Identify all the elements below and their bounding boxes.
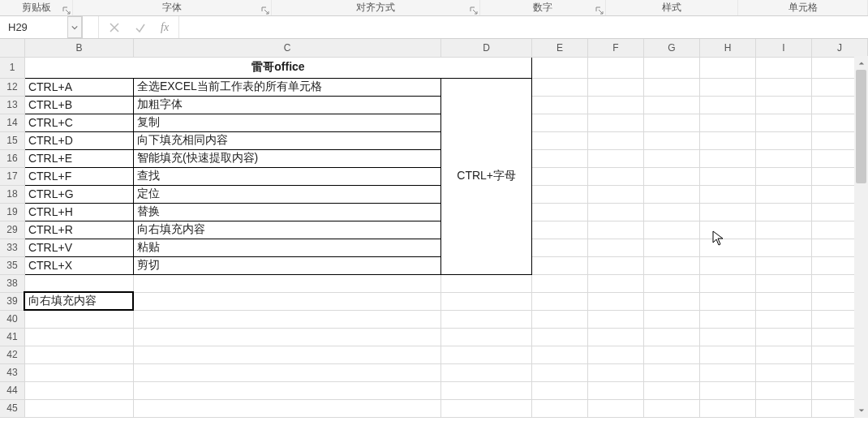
cell[interactable]: [531, 381, 587, 399]
cell[interactable]: [441, 399, 532, 417]
row-header[interactable]: 18: [0, 185, 24, 203]
cell[interactable]: [531, 256, 587, 274]
cell[interactable]: 查找: [133, 167, 441, 185]
cell[interactable]: [587, 96, 643, 114]
cell[interactable]: [755, 185, 811, 203]
cell[interactable]: [699, 310, 755, 328]
cell[interactable]: [24, 381, 133, 399]
column-header[interactable]: C: [133, 39, 441, 57]
row-header[interactable]: 41: [0, 328, 24, 346]
cell[interactable]: [643, 292, 699, 310]
row-header[interactable]: 42: [0, 346, 24, 363]
cell[interactable]: [531, 57, 587, 78]
column-header[interactable]: H: [699, 39, 755, 57]
cell[interactable]: [755, 78, 811, 96]
dialog-launcher-icon[interactable]: [261, 6, 269, 15]
row-header[interactable]: 33: [0, 239, 24, 256]
cell[interactable]: CTRL+C: [24, 114, 133, 131]
cell[interactable]: [699, 346, 755, 363]
row-header[interactable]: 38: [0, 274, 24, 292]
cell[interactable]: [441, 381, 532, 399]
cell[interactable]: [643, 114, 699, 131]
scroll-down-button[interactable]: [854, 404, 868, 418]
cell[interactable]: [755, 57, 811, 78]
cell[interactable]: [755, 399, 811, 417]
name-box[interactable]: H29: [0, 16, 83, 38]
column-header[interactable]: D: [441, 39, 532, 57]
cell[interactable]: [587, 310, 643, 328]
cell[interactable]: [587, 274, 643, 292]
cell[interactable]: [699, 57, 755, 78]
name-box-dropdown[interactable]: [67, 16, 82, 38]
cell[interactable]: [531, 78, 587, 96]
name-box-value[interactable]: H29: [0, 21, 67, 33]
row-header[interactable]: 39: [0, 292, 24, 310]
dialog-launcher-icon[interactable]: [595, 6, 604, 15]
cell[interactable]: [24, 274, 133, 292]
column-headers[interactable]: BCDEFGHIJ: [0, 39, 868, 57]
cell[interactable]: [643, 274, 699, 292]
formula-input[interactable]: [179, 16, 868, 38]
cell[interactable]: [531, 399, 587, 417]
column-header[interactable]: I: [755, 39, 811, 57]
cell[interactable]: [531, 292, 587, 310]
cell[interactable]: CTRL+E: [24, 149, 133, 167]
cell[interactable]: [643, 57, 699, 78]
column-header[interactable]: E: [531, 39, 587, 57]
cell[interactable]: [643, 78, 699, 96]
cell[interactable]: [24, 346, 133, 363]
cell[interactable]: [24, 328, 133, 346]
row-header[interactable]: 19: [0, 203, 24, 221]
column-header[interactable]: J: [811, 39, 867, 57]
row-header[interactable]: 13: [0, 96, 24, 114]
cell[interactable]: [643, 185, 699, 203]
cell[interactable]: [699, 256, 755, 274]
cell[interactable]: CTRL+X: [24, 256, 133, 274]
cell[interactable]: [531, 167, 587, 185]
cell[interactable]: [755, 131, 811, 149]
cell[interactable]: [531, 149, 587, 167]
cell[interactable]: CTRL+V: [24, 239, 133, 256]
scroll-up-button[interactable]: [854, 56, 868, 70]
cell[interactable]: 智能填充(快速提取内容): [133, 149, 441, 167]
cell[interactable]: [587, 256, 643, 274]
cell[interactable]: [587, 221, 643, 239]
row-header[interactable]: 43: [0, 363, 24, 381]
cell[interactable]: CTRL+H: [24, 203, 133, 221]
cell[interactable]: [133, 381, 441, 399]
row-header[interactable]: 15: [0, 131, 24, 149]
cell[interactable]: [24, 399, 133, 417]
cell[interactable]: [133, 363, 441, 381]
cell[interactable]: [755, 310, 811, 328]
cell[interactable]: [531, 203, 587, 221]
cell[interactable]: [755, 363, 811, 381]
cell[interactable]: [755, 114, 811, 131]
cell[interactable]: [643, 149, 699, 167]
cell[interactable]: [587, 114, 643, 131]
cell[interactable]: [531, 185, 587, 203]
cell[interactable]: CTRL+R: [24, 221, 133, 239]
scroll-thumb[interactable]: [856, 70, 866, 183]
cell[interactable]: [755, 203, 811, 221]
cell[interactable]: [587, 399, 643, 417]
row-header[interactable]: 17: [0, 167, 24, 185]
cell[interactable]: [441, 274, 532, 292]
cell[interactable]: [587, 185, 643, 203]
dialog-launcher-icon[interactable]: [62, 6, 71, 15]
cell[interactable]: [531, 346, 587, 363]
cell[interactable]: [643, 363, 699, 381]
cell[interactable]: [755, 96, 811, 114]
select-all-corner[interactable]: [0, 39, 24, 57]
ribbon-group[interactable]: 单元格: [738, 0, 868, 15]
cell[interactable]: [531, 310, 587, 328]
row-header[interactable]: 12: [0, 78, 24, 96]
row-header[interactable]: 16: [0, 149, 24, 167]
cell[interactable]: [133, 346, 441, 363]
cell[interactable]: [755, 149, 811, 167]
cell[interactable]: [643, 256, 699, 274]
cell[interactable]: [531, 274, 587, 292]
merged-cell[interactable]: CTRL+字母: [441, 78, 532, 274]
cell[interactable]: 加粗字体: [133, 96, 441, 114]
ribbon-group[interactable]: 数字: [480, 0, 606, 15]
cell[interactable]: [587, 78, 643, 96]
